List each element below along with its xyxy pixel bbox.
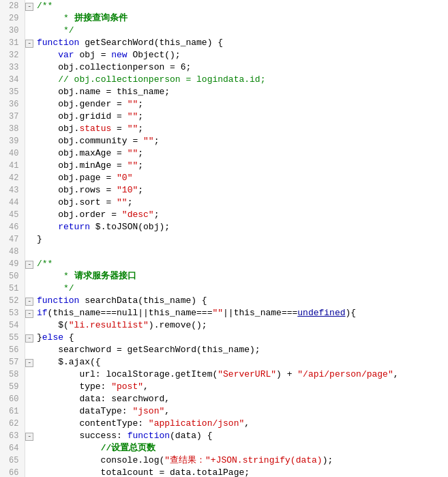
fold-toggle[interactable]: - bbox=[25, 310, 33, 318]
fold-icon bbox=[25, 368, 34, 381]
code-line: * 拼接查询条件 bbox=[34, 12, 448, 25]
line-number: 37 bbox=[0, 111, 25, 123]
fold-icon bbox=[25, 246, 34, 258]
code-line: obj.name = this_name; bbox=[34, 86, 448, 98]
fold-icon bbox=[25, 418, 34, 430]
fold-icon bbox=[25, 147, 34, 160]
table-row: 59 type: "post", bbox=[0, 381, 448, 393]
code-line: obj.gridid = ""; bbox=[34, 111, 448, 123]
table-row: 48 bbox=[0, 246, 448, 258]
table-row: 55-}else { bbox=[0, 332, 448, 344]
code-line: return $.toJSON(obj); bbox=[34, 221, 448, 233]
fold-icon bbox=[25, 74, 34, 86]
fold-icon[interactable]: - bbox=[25, 430, 34, 442]
line-number: 48 bbox=[0, 246, 25, 258]
line-number: 66 bbox=[0, 467, 25, 477]
line-number: 65 bbox=[0, 454, 25, 467]
code-line: obj.order = "desc"; bbox=[34, 209, 448, 221]
fold-icon bbox=[25, 25, 34, 37]
fold-icon[interactable]: - bbox=[25, 332, 34, 344]
fold-icon bbox=[25, 454, 34, 467]
line-number: 53 bbox=[0, 307, 25, 319]
code-line: */ bbox=[34, 283, 448, 295]
table-row: 39 obj.community = ""; bbox=[0, 135, 448, 147]
table-row: 38 obj.status = ""; bbox=[0, 123, 448, 135]
fold-toggle[interactable]: - bbox=[25, 298, 33, 306]
code-line: $("li.resultlist").remove(); bbox=[34, 319, 448, 332]
fold-toggle[interactable]: - bbox=[25, 334, 33, 343]
code-line: obj.maxAge = ""; bbox=[34, 147, 448, 160]
fold-icon bbox=[25, 86, 34, 98]
table-row: 40 obj.maxAge = ""; bbox=[0, 147, 448, 160]
table-row: 36 obj.gender = ""; bbox=[0, 98, 448, 111]
line-number: 28 bbox=[0, 0, 25, 12]
fold-icon bbox=[25, 344, 34, 356]
line-number: 59 bbox=[0, 381, 25, 393]
code-line: var obj = new Object(); bbox=[34, 49, 448, 61]
code-line: obj.collectionperson = 6; bbox=[34, 61, 448, 74]
line-number: 58 bbox=[0, 368, 25, 381]
line-number: 54 bbox=[0, 319, 25, 332]
table-row: 44 obj.sort = ""; bbox=[0, 197, 448, 209]
table-row: 50 * 请求服务器接口 bbox=[0, 270, 448, 283]
line-number: 39 bbox=[0, 135, 25, 147]
fold-toggle[interactable]: - bbox=[25, 3, 33, 11]
fold-icon[interactable]: - bbox=[25, 295, 34, 307]
table-row: 29 * 拼接查询条件 bbox=[0, 12, 448, 25]
fold-icon[interactable]: - bbox=[25, 258, 34, 270]
fold-icon[interactable]: - bbox=[25, 37, 34, 49]
table-row: 30 */ bbox=[0, 25, 448, 37]
line-number: 38 bbox=[0, 123, 25, 135]
code-line: */ bbox=[34, 25, 448, 37]
line-number: 61 bbox=[0, 405, 25, 418]
fold-icon bbox=[25, 184, 34, 197]
line-number: 49 bbox=[0, 258, 25, 270]
line-number: 36 bbox=[0, 98, 25, 111]
table-row: 64 //设置总页数 bbox=[0, 442, 448, 454]
code-line: obj.status = ""; bbox=[34, 123, 448, 135]
line-number: 40 bbox=[0, 147, 25, 160]
line-number: 43 bbox=[0, 184, 25, 197]
fold-icon bbox=[25, 233, 34, 246]
fold-toggle[interactable]: - bbox=[25, 433, 33, 441]
table-row: 65 console.log("查结果："+JSON.stringify(dat… bbox=[0, 454, 448, 467]
line-number: 55 bbox=[0, 332, 25, 344]
code-line: obj.page = "0" bbox=[34, 172, 448, 184]
table-row: 63- success: function(data) { bbox=[0, 430, 448, 442]
code-line: function getSearchWord(this_name) { bbox=[34, 37, 448, 49]
table-row: 57- $.ajax({ bbox=[0, 356, 448, 368]
line-number: 34 bbox=[0, 74, 25, 86]
table-row: 41 obj.minAge = ""; bbox=[0, 160, 448, 172]
code-line: /** bbox=[34, 258, 448, 270]
line-number: 45 bbox=[0, 209, 25, 221]
fold-icon bbox=[25, 270, 34, 283]
line-number: 35 bbox=[0, 86, 25, 98]
line-number: 47 bbox=[0, 233, 25, 246]
fold-icon bbox=[25, 209, 34, 221]
code-line: if(this_name===null||this_name===""||thi… bbox=[34, 307, 448, 319]
table-row: 60 data: searchword, bbox=[0, 393, 448, 405]
fold-icon bbox=[25, 49, 34, 61]
fold-toggle[interactable]: - bbox=[25, 261, 33, 269]
fold-icon[interactable]: - bbox=[25, 307, 34, 319]
code-line: }else { bbox=[34, 332, 448, 344]
fold-icon bbox=[25, 319, 34, 332]
table-row: 53-if(this_name===null||this_name===""||… bbox=[0, 307, 448, 319]
code-line: function searchData(this_name) { bbox=[34, 295, 448, 307]
fold-icon bbox=[25, 283, 34, 295]
code-line: dataType: "json", bbox=[34, 405, 448, 418]
table-row: 51 */ bbox=[0, 283, 448, 295]
table-row: 35 obj.name = this_name; bbox=[0, 86, 448, 98]
table-row: 58 url: localStorage.getItem("ServerURL"… bbox=[0, 368, 448, 381]
fold-icon[interactable]: - bbox=[25, 356, 34, 368]
line-number: 60 bbox=[0, 393, 25, 405]
fold-icon[interactable]: - bbox=[25, 0, 34, 12]
line-number: 50 bbox=[0, 270, 25, 283]
fold-toggle[interactable]: - bbox=[25, 40, 33, 48]
code-line: } bbox=[34, 233, 448, 246]
line-number: 30 bbox=[0, 25, 25, 37]
fold-toggle[interactable]: - bbox=[25, 359, 33, 367]
code-line: $.ajax({ bbox=[34, 356, 448, 368]
line-number: 32 bbox=[0, 49, 25, 61]
table-row: 43 obj.rows = "10"; bbox=[0, 184, 448, 197]
